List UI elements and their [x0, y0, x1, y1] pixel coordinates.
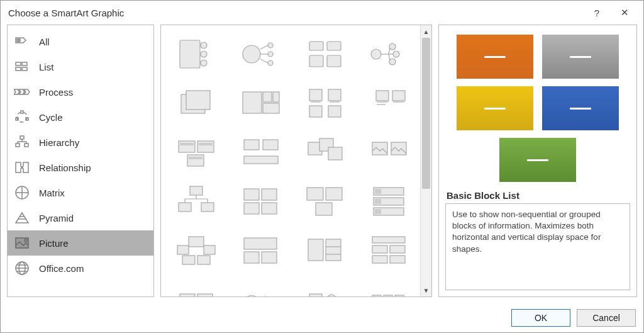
category-officecom[interactable]: Office.com	[8, 256, 153, 281]
svg-line-59	[389, 48, 390, 54]
layout-thumb[interactable]	[360, 31, 419, 77]
scroll-track[interactable]	[421, 38, 431, 284]
layout-thumb[interactable]	[296, 130, 355, 175]
layout-thumb[interactable]	[231, 179, 291, 224]
layout-thumb[interactable]	[296, 81, 355, 126]
svg-marker-133	[264, 295, 268, 296]
svg-rect-112	[375, 209, 381, 214]
preview-panel: Basic Block List Use to show non-sequent…	[438, 25, 637, 297]
layout-thumb[interactable]	[167, 179, 226, 224]
svg-point-135	[327, 295, 336, 296]
layout-thumb[interactable]	[296, 228, 355, 273]
svg-rect-51	[327, 42, 341, 50]
gallery-grid	[167, 31, 419, 296]
svg-rect-74	[376, 91, 389, 101]
layout-thumb[interactable]	[231, 81, 291, 126]
svg-rect-11	[21, 111, 23, 113]
category-matrix[interactable]: Matrix	[8, 180, 153, 205]
category-relationship[interactable]: Relationship	[8, 155, 153, 180]
layout-thumb[interactable]	[360, 179, 419, 224]
gallery-scrollbar[interactable]: ▲ ▼	[420, 25, 431, 296]
category-label: Cycle	[39, 112, 63, 123]
svg-rect-102	[244, 203, 259, 214]
category-hierarchy[interactable]: Hierarchy	[8, 130, 153, 155]
layout-thumb[interactable]	[167, 31, 226, 77]
svg-rect-82	[199, 143, 213, 145]
svg-rect-64	[243, 92, 262, 113]
preview-block	[542, 35, 619, 79]
layout-thumb[interactable]	[167, 277, 226, 296]
layout-thumb[interactable]	[296, 31, 355, 77]
category-label: Pyramid	[39, 213, 74, 223]
category-process[interactable]: Process	[8, 79, 153, 104]
svg-rect-122	[326, 239, 341, 261]
cancel-button[interactable]: Cancel	[577, 309, 636, 327]
category-all[interactable]: All	[8, 29, 153, 54]
svg-rect-14	[20, 136, 24, 139]
svg-rect-100	[244, 189, 259, 200]
svg-rect-106	[316, 203, 332, 215]
preview-title: Basic Block List	[439, 185, 636, 203]
scroll-thumb[interactable]	[422, 38, 430, 189]
svg-rect-85	[244, 140, 259, 150]
layout-thumb[interactable]	[296, 179, 355, 224]
svg-rect-119	[244, 252, 259, 263]
matrix-icon	[14, 184, 30, 201]
svg-rect-116	[182, 256, 195, 264]
layout-thumb[interactable]	[360, 277, 419, 296]
svg-rect-6	[22, 67, 27, 71]
preview-block	[457, 86, 533, 130]
gallery-scroll-region[interactable]	[161, 25, 420, 296]
svg-point-54	[371, 49, 381, 59]
layout-thumb[interactable]	[167, 81, 226, 126]
svg-rect-1	[17, 39, 18, 42]
layout-thumb[interactable]	[167, 130, 226, 175]
cycle-icon	[14, 109, 30, 125]
category-picture[interactable]: Picture	[8, 230, 153, 256]
svg-point-58	[389, 59, 396, 65]
svg-rect-69	[311, 101, 321, 103]
help-button[interactable]: ?	[583, 3, 611, 22]
layout-thumb[interactable]	[231, 31, 291, 77]
svg-rect-126	[372, 246, 387, 253]
layout-thumb[interactable]	[167, 228, 226, 273]
layout-thumb[interactable]	[296, 277, 355, 296]
svg-line-44	[260, 45, 268, 49]
layout-thumb[interactable]	[360, 81, 419, 126]
svg-rect-138	[395, 295, 404, 296]
svg-rect-110	[375, 199, 381, 204]
ok-button[interactable]: OK	[511, 309, 570, 327]
svg-rect-127	[390, 246, 405, 253]
category-pyramid[interactable]: Pyramid	[8, 205, 153, 230]
scroll-up-button[interactable]: ▲	[421, 25, 431, 38]
svg-rect-36	[180, 40, 200, 68]
svg-rect-87	[244, 156, 278, 164]
category-list: All List Process Cycle	[7, 25, 154, 297]
layout-thumb[interactable]	[360, 228, 419, 273]
svg-point-56	[389, 43, 396, 50]
close-button[interactable]: ✕	[611, 3, 638, 22]
layout-thumb[interactable]	[231, 130, 291, 175]
scroll-down-button[interactable]: ▼	[421, 284, 431, 296]
svg-rect-93	[190, 186, 203, 195]
help-icon: ?	[594, 8, 599, 18]
globe-icon	[14, 260, 30, 276]
svg-line-46	[260, 59, 268, 63]
svg-rect-81	[197, 141, 214, 152]
svg-rect-84	[189, 157, 203, 159]
category-list-item[interactable]: List	[8, 54, 153, 79]
pyramid-icon	[14, 210, 30, 226]
svg-rect-71	[330, 101, 340, 103]
category-label: Office.com	[39, 263, 84, 274]
svg-rect-121	[308, 239, 323, 261]
relationship-icon	[14, 159, 30, 176]
category-cycle[interactable]: Cycle	[8, 104, 153, 130]
layout-thumb[interactable]	[231, 228, 291, 273]
svg-rect-63	[186, 91, 210, 110]
svg-rect-72	[309, 106, 322, 117]
list-icon	[14, 59, 30, 75]
svg-rect-5	[16, 67, 21, 71]
layout-thumb[interactable]	[360, 130, 419, 175]
svg-rect-130	[180, 294, 195, 296]
layout-thumb[interactable]	[231, 277, 291, 296]
